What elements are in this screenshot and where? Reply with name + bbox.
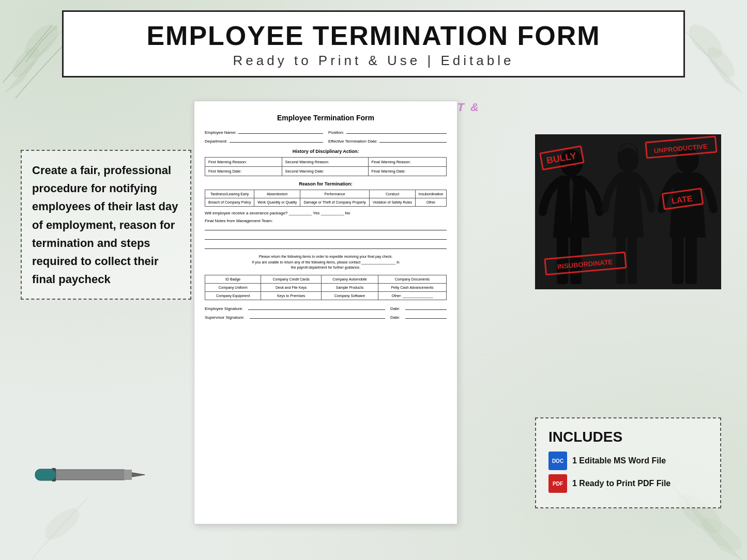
final-warning-reason-cell: Final Warning Reason:: [368, 158, 446, 167]
effective-date-label: Effective Termination Date:: [328, 139, 377, 144]
employee-name-underline: [238, 133, 323, 134]
reason-work-quantity: Work Quantity or Quality: [254, 198, 300, 207]
reason-damage: Damage or Theft of Company Property: [300, 198, 370, 207]
department-underline: [230, 142, 323, 143]
notes-section: Final Notes from Management Team:: [205, 219, 447, 249]
reason-absenteeism: Absenteeism: [254, 190, 300, 198]
includes-item-pdf: PDF 1 Ready to Print PDF File: [548, 474, 708, 493]
svg-point-19: [618, 148, 638, 173]
employee-sig-label: Employee Signature:: [205, 306, 243, 311]
department-label: Department:: [205, 139, 227, 144]
includes-title: INCLUDES: [548, 429, 708, 445]
item-software: Company Software: [321, 291, 378, 300]
name-position-row: Employee Name: Position:: [205, 130, 447, 135]
supervisor-sig-line: [250, 318, 385, 319]
item-other: Other: _______________: [378, 291, 446, 300]
reason-other: Other: [415, 198, 446, 207]
employee-sig-row: Employee Signature: Date:: [205, 306, 447, 311]
notes-line-1: [205, 223, 447, 230]
svg-rect-13: [124, 470, 132, 480]
item-uniform: Company Uniform: [205, 283, 261, 291]
employee-date-line: [405, 309, 447, 310]
item-petty-cash: Petty Cash Advancements: [378, 283, 446, 291]
reason-table: Tardiness/Leaving Early Absenteeism Perf…: [205, 190, 447, 207]
silhouette-image: BULLY UNPRODUCTIVE LATE INSUBORDINATE: [535, 134, 721, 289]
pen-decoration: [21, 462, 155, 488]
includes-doc-text: 1 Editable MS Word File: [572, 456, 666, 465]
employee-name-field: Employee Name:: [205, 130, 323, 135]
includes-item-doc: DOC 1 Editable MS Word File: [548, 452, 708, 470]
supervisor-sig-label: Supervisor Signature:: [205, 315, 245, 320]
item-premises-keys: Keys to Premises: [261, 291, 322, 300]
silhouette-inner: BULLY UNPRODUCTIVE LATE INSUBORDINATE: [535, 134, 721, 289]
reason-safety: Violation of Safety Rules: [370, 198, 416, 207]
includes-box: INCLUDES DOC 1 Editable MS Word File PDF…: [535, 417, 721, 508]
final-warning-date-cell: Final Warning Date:: [368, 167, 446, 176]
notes-line-3: [205, 242, 447, 249]
header-box: EMPLOYEE TERMINATION FORM Ready to Print…: [62, 10, 685, 77]
item-sample-products: Sample Products: [321, 283, 378, 291]
second-warning-reason-cell: Second Warning Reason:: [282, 158, 368, 167]
main-subtitle: Ready to Print & Use | Editable: [74, 53, 673, 69]
svg-rect-20: [616, 235, 626, 284]
item-equipment: Company Equipment: [205, 291, 261, 300]
second-warning-date-cell: Second Warning Date:: [282, 167, 368, 176]
description-text: Create a fair, professional procedure fo…: [32, 161, 180, 288]
item-id-badge: ID Badge: [205, 275, 261, 283]
item-automobile: Company Automobile: [321, 275, 378, 283]
disciplinary-section-title: History of Disciplinary Action:: [205, 149, 447, 154]
notes-line-2: [205, 232, 447, 240]
reason-insubordination: Insubordination: [415, 190, 446, 198]
svg-rect-18: [570, 235, 582, 284]
notes-label: Final Notes from Management Team:: [205, 219, 447, 223]
termination-section-title: Reason for Termination:: [205, 181, 447, 186]
svg-rect-23: [672, 235, 683, 284]
item-desk-keys: Desk and File Keys: [261, 283, 322, 291]
position-underline: [346, 133, 447, 134]
position-label: Position:: [328, 130, 344, 135]
description-box: Create a fair, professional procedure fo…: [21, 150, 191, 300]
effective-date-underline: [379, 142, 447, 143]
reason-conduct: Conduct: [370, 190, 416, 198]
doc-icon: DOC: [548, 452, 567, 470]
form-document: Employee Termination Form Employee Name:…: [194, 101, 458, 524]
first-warning-date-cell: First Warning Date:: [205, 167, 282, 176]
supervisor-date-line: [405, 318, 447, 319]
svg-rect-17: [557, 235, 568, 284]
dept-date-row: Department: Effective Termination Date:: [205, 139, 447, 144]
return-items-text: Please return the following items in ord…: [205, 254, 447, 271]
svg-rect-24: [685, 235, 697, 284]
department-field: Department:: [205, 139, 323, 144]
employee-sig-line: [248, 309, 385, 310]
item-credit-cards: Company Credit Cards: [261, 275, 322, 283]
severance-text: Will employee receive a severance packag…: [205, 211, 350, 215]
svg-rect-12: [35, 469, 56, 480]
reason-tardiness: Tardiness/Leaving Early: [205, 190, 254, 198]
svg-point-8: [40, 503, 84, 544]
includes-pdf-text: 1 Ready to Print PDF File: [572, 479, 670, 488]
effective-date-field: Effective Termination Date:: [328, 139, 447, 144]
svg-rect-21: [628, 235, 637, 284]
severance-row: Will employee receive a severance packag…: [205, 211, 447, 215]
position-field: Position:: [328, 130, 447, 135]
disciplinary-table: First Warning Reason: Second Warning Rea…: [205, 157, 447, 176]
item-documents: Company Documents: [378, 275, 446, 283]
sup-date-label: Date:: [390, 315, 400, 320]
silhouettes-svg: BULLY UNPRODUCTIVE LATE INSUBORDINATE: [535, 134, 721, 289]
supervisor-sig-row: Supervisor Signature: Date:: [205, 315, 447, 320]
employee-name-label: Employee Name:: [205, 130, 236, 135]
form-title: Employee Termination Form: [205, 114, 447, 122]
emp-date-label: Date:: [390, 306, 400, 311]
first-warning-reason-cell: First Warning Reason:: [205, 158, 282, 167]
main-title: EMPLOYEE TERMINATION FORM: [74, 21, 673, 51]
reason-performance: Performance: [300, 190, 370, 198]
pdf-icon: PDF: [548, 474, 567, 493]
reason-breach: Breach of Company Policy: [205, 198, 254, 207]
items-table: ID Badge Company Credit Cards Company Au…: [205, 275, 447, 300]
